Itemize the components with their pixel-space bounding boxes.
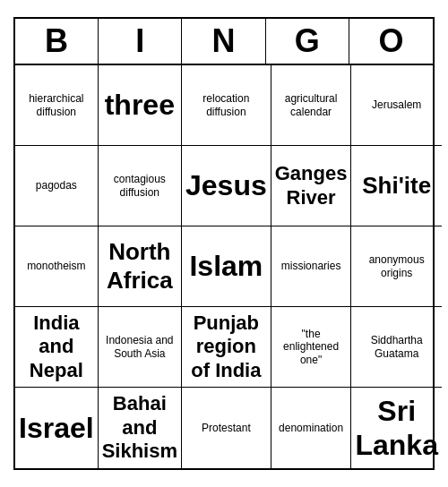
header-letter: O: [349, 19, 433, 64]
bingo-cell: hierarchical diffusion: [15, 65, 99, 146]
bingo-cell: three: [99, 65, 182, 146]
bingo-card: BINGO hierarchical diffusionthreerelocat…: [13, 17, 435, 470]
bingo-cell: "the enlightened one": [271, 307, 352, 388]
header-letter: G: [266, 19, 349, 64]
bingo-cell: Punjab region of India: [182, 307, 271, 388]
bingo-cell: monotheism: [15, 226, 99, 307]
bingo-cell: Israel: [15, 388, 99, 468]
bingo-cell: contagious diffusion: [99, 146, 182, 226]
header-letter: N: [182, 19, 265, 64]
bingo-grid: hierarchical diffusionthreerelocation di…: [15, 65, 433, 468]
bingo-cell: Sri Lanka: [351, 388, 441, 468]
bingo-cell: pagodas: [15, 146, 99, 226]
bingo-cell: Islam: [182, 226, 271, 307]
bingo-cell: Protestant: [182, 388, 271, 468]
bingo-cell: Jerusalem: [351, 65, 441, 146]
bingo-header: BINGO: [15, 19, 433, 65]
header-letter: I: [99, 19, 182, 64]
bingo-cell: missionaries: [271, 226, 352, 307]
header-letter: B: [15, 19, 99, 64]
bingo-cell: relocation diffusion: [182, 65, 271, 146]
bingo-cell: Siddhartha Guatama: [351, 307, 441, 388]
bingo-cell: anonymous origins: [351, 226, 441, 307]
bingo-cell: Indonesia and South Asia: [99, 307, 182, 388]
bingo-cell: Jesus: [182, 146, 271, 226]
bingo-cell: agricultural calendar: [271, 65, 352, 146]
bingo-cell: Ganges River: [271, 146, 352, 226]
bingo-cell: North Africa: [99, 226, 182, 307]
bingo-cell: Bahai and Sikhism: [99, 388, 182, 468]
bingo-cell: denomination: [271, 388, 352, 468]
bingo-cell: Shi'ite: [351, 146, 441, 226]
bingo-cell: India and Nepal: [15, 307, 99, 388]
